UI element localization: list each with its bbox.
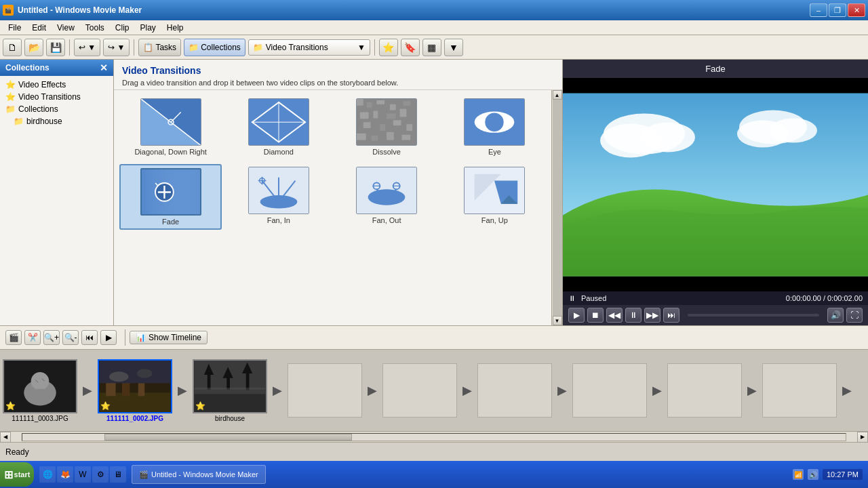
firefox-icon[interactable]: 🦊 <box>57 466 73 483</box>
scroll-thumb[interactable] <box>104 434 351 441</box>
word-icon[interactable]: W <box>75 466 91 483</box>
toolbar: 🗋 📂 💾 ↩ ▼ ↪ ▼ 📋 Tasks 📁 Collections 📁 Vi… <box>0 35 868 60</box>
timeline-icon: 📊 <box>136 333 146 342</box>
story-arrow-8[interactable]: ▶ <box>742 363 762 418</box>
svg-rect-73 <box>100 361 171 383</box>
toolbar-btn-grid[interactable]: ▦ <box>422 39 441 56</box>
new-button[interactable]: 🗋 <box>3 39 22 56</box>
clip1-label: 111111_0003.JPG <box>12 415 68 422</box>
menu-clip[interactable]: Clip <box>110 22 135 34</box>
end-button[interactable]: ⏭ <box>663 308 679 323</box>
storyboard-icon-btn-play[interactable]: ▶ <box>100 330 117 345</box>
tree-item-video-effects[interactable]: ⭐ Video Effects <box>3 79 111 91</box>
stop-button[interactable]: ⏹ <box>587 308 604 323</box>
svg-point-74 <box>109 371 129 382</box>
pause-button[interactable]: ⏸ <box>625 308 642 323</box>
menu-tools[interactable]: Tools <box>80 22 110 34</box>
transition-fan-out[interactable]: Fan, Out <box>336 164 438 230</box>
story-arrow-2[interactable]: ▶ <box>172 363 193 418</box>
storyboard-icon-btn-1[interactable]: 🎬 <box>5 330 22 345</box>
collections-icon: 📁 <box>189 43 199 52</box>
transition-label-fan-in: Fan, In <box>267 216 290 224</box>
tray-icon-1[interactable]: 📶 <box>793 469 804 480</box>
transition-diagonal-down-right[interactable]: Diagonal, Down Right <box>119 96 222 159</box>
close-button[interactable]: ✕ <box>848 3 865 17</box>
redo-button[interactable]: ↪ ▼ <box>103 39 130 56</box>
storyboard-icon-btn-2[interactable]: ✂️ <box>24 330 41 345</box>
scroll-up-arrow[interactable]: ▲ <box>553 90 562 100</box>
tree-item-birdhouse[interactable]: 📁 birdhouse <box>3 115 111 127</box>
clock: 10:27 PM <box>823 469 863 480</box>
story-arrow-6[interactable]: ▶ <box>552 363 572 418</box>
ie-icon[interactable]: 🌐 <box>39 466 56 483</box>
transition-diamond[interactable]: Diamond <box>227 96 330 159</box>
storyboard-icon-btn-zoom-in[interactable]: 🔍+ <box>43 330 60 345</box>
collection-dropdown[interactable]: 📁 Video Transitions ▼ <box>248 39 370 56</box>
minimize-button[interactable]: – <box>810 3 827 17</box>
transition-fade[interactable]: Fade <box>119 164 222 230</box>
tree-item-video-transitions[interactable]: ⭐ Video Transitions <box>3 91 111 103</box>
toolbar-btn-view-arrow[interactable]: ▼ <box>444 39 463 56</box>
tray-icon-2[interactable]: 🔊 <box>808 469 818 480</box>
story-clip-3[interactable]: ⭐ birdhouse <box>193 359 267 422</box>
storyboard-icon-btn-zoom-out[interactable]: 🔍- <box>62 330 79 345</box>
toolbar-sep2 <box>134 39 134 56</box>
story-arrow-5[interactable]: ▶ <box>457 363 477 418</box>
scroll-track[interactable] <box>22 433 846 441</box>
scroll-left-btn[interactable]: ◀ <box>0 432 11 443</box>
prev-frame-button[interactable]: ◀◀ <box>606 308 623 323</box>
toolbar-btn-star[interactable]: ⭐ <box>379 39 398 56</box>
scroll-thumb-area[interactable] <box>553 100 562 316</box>
transition-dissolve[interactable]: Dissolve <box>336 96 438 159</box>
story-arrow-3[interactable]: ▶ <box>267 363 288 418</box>
svg-rect-15 <box>360 112 369 119</box>
story-arrow-end[interactable]: ▶ <box>837 363 857 418</box>
svg-rect-21 <box>393 120 401 125</box>
svg-rect-65 <box>32 388 49 401</box>
story-arrow-7[interactable]: ▶ <box>647 363 667 418</box>
menu-view[interactable]: View <box>52 22 80 34</box>
collections-button[interactable]: 📁 Collections <box>184 39 245 56</box>
tree-item-collections[interactable]: 📁 Collections <box>3 103 111 115</box>
story-arrow-4[interactable]: ▶ <box>362 363 382 418</box>
storyboard-scrollbar[interactable]: ◀ ▶ <box>0 431 868 442</box>
story-clip-2[interactable]: ⭐ 111111_0002.JPG <box>98 359 172 422</box>
scroll-down-arrow[interactable]: ▼ <box>553 316 562 325</box>
story-arrow-1[interactable]: ▶ <box>77 363 98 418</box>
storyboard-icon-btn-back[interactable]: ⏮ <box>81 330 98 345</box>
undo-button[interactable]: ↩ ▼ <box>74 39 100 56</box>
save-button[interactable]: 💾 <box>46 39 65 56</box>
menu-file[interactable]: File <box>3 22 26 34</box>
windows-logo: ⊞ <box>4 468 13 481</box>
toolbar-btn-bookmark[interactable]: 🔖 <box>401 39 420 56</box>
scroll-right-btn[interactable]: ▶ <box>857 432 868 443</box>
story-thumb-3: ⭐ <box>193 359 267 413</box>
restore-button[interactable]: ❐ <box>829 3 846 17</box>
transitions-scrollbar[interactable]: ▲ ▼ <box>551 90 562 325</box>
settings-icon[interactable]: ⚙ <box>92 466 108 483</box>
toolbar-sep1 <box>69 39 70 56</box>
play-button[interactable]: ▶ <box>568 308 585 323</box>
transition-fan-in[interactable]: Fan, In <box>227 164 330 230</box>
tasks-button[interactable]: 📋 Tasks <box>138 39 181 56</box>
taskbar-movie-maker[interactable]: 🎬 Untitled - Windows Movie Maker <box>132 465 266 484</box>
menu-play[interactable]: Play <box>135 22 161 34</box>
fullscreen-button[interactable]: ⛶ <box>846 308 863 323</box>
start-button[interactable]: ⊞ start <box>0 462 34 487</box>
transition-fan-up[interactable]: Fan, Up <box>443 164 546 230</box>
left-panel-close[interactable]: ✕ <box>100 62 108 73</box>
transition-eye[interactable]: Eye <box>443 96 546 159</box>
story-clip-1[interactable]: ⭐ 111111_0003.JPG <box>3 359 77 422</box>
menu-edit[interactable]: Edit <box>26 22 52 34</box>
next-frame-button[interactable]: ▶▶ <box>644 308 660 323</box>
volume-slider[interactable] <box>688 314 819 317</box>
svg-rect-14 <box>403 101 411 106</box>
story-empty-3 <box>477 363 552 418</box>
transitions-title: Video Transitions <box>122 65 554 76</box>
story-empty-4 <box>572 363 647 418</box>
show-timeline-button[interactable]: 📊 Show Timeline <box>130 331 208 344</box>
desktop-icon[interactable]: 🖥 <box>110 466 126 483</box>
menu-help[interactable]: Help <box>161 22 189 34</box>
volume-button[interactable]: 🔊 <box>827 308 844 323</box>
open-button[interactable]: 📂 <box>24 39 43 56</box>
